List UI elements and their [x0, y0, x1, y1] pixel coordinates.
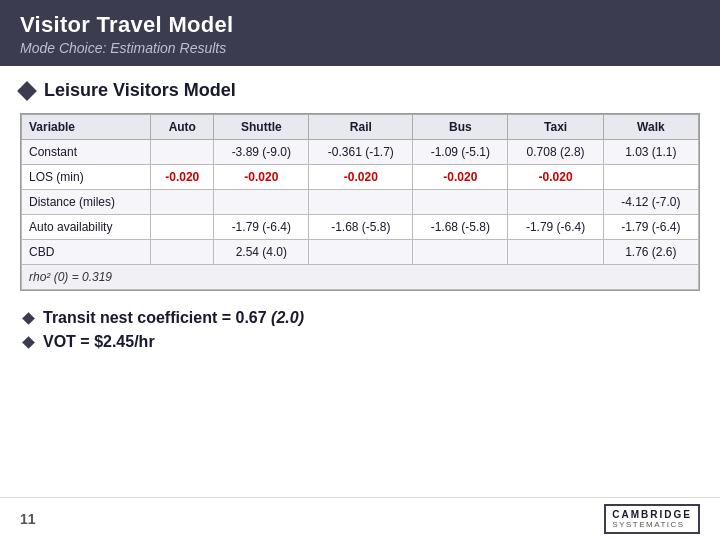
cell-distance-auto — [151, 190, 214, 215]
bullet-text-1: Transit nest coefficient = 0.67 (2.0) — [43, 309, 304, 327]
table-row: Distance (miles) -4.12 (-7.0) — [22, 190, 699, 215]
col-bus: Bus — [413, 115, 508, 140]
cell-los-bus: -0.020 — [413, 165, 508, 190]
logo-border: CAMBRIDGE SYSTEMATICS — [604, 504, 700, 534]
cell-constant-bus: -1.09 (-5.1) — [413, 140, 508, 165]
logo-systematics: SYSTEMATICS — [612, 520, 692, 529]
rho-row: rho² (0) = 0.319 — [22, 265, 699, 290]
cell-distance-bus — [413, 190, 508, 215]
table-header-row: Variable Auto Shuttle Rail Bus Taxi Walk — [22, 115, 699, 140]
results-table: Variable Auto Shuttle Rail Bus Taxi Walk… — [21, 114, 699, 290]
cell-los-walk — [603, 165, 698, 190]
cell-autoavail-taxi: -1.79 (-6.4) — [508, 215, 603, 240]
col-shuttle: Shuttle — [214, 115, 309, 140]
bullet-row-2: VOT = $2.45/hr — [20, 333, 700, 351]
cell-autoavail-var: Auto availability — [22, 215, 151, 240]
cell-cbd-var: CBD — [22, 240, 151, 265]
slide: Visitor Travel Model Mode Choice: Estima… — [0, 0, 720, 540]
col-walk: Walk — [603, 115, 698, 140]
table-row: CBD 2.54 (4.0) 1.76 (2.6) — [22, 240, 699, 265]
cell-distance-walk: -4.12 (-7.0) — [603, 190, 698, 215]
cell-cbd-bus — [413, 240, 508, 265]
cell-autoavail-bus: -1.68 (-5.8) — [413, 215, 508, 240]
cell-constant-rail: -0.361 (-1.7) — [309, 140, 413, 165]
page-number: 11 — [20, 511, 36, 527]
col-taxi: Taxi — [508, 115, 603, 140]
cell-distance-rail — [309, 190, 413, 215]
cell-los-var: LOS (min) — [22, 165, 151, 190]
table-row: Constant -3.89 (-9.0) -0.361 (-1.7) -1.0… — [22, 140, 699, 165]
cell-autoavail-walk: -1.79 (-6.4) — [603, 215, 698, 240]
table-container: Variable Auto Shuttle Rail Bus Taxi Walk… — [20, 113, 700, 291]
cell-autoavail-shuttle: -1.79 (-6.4) — [214, 215, 309, 240]
section-title-row: Leisure Visitors Model — [20, 80, 700, 101]
cell-distance-taxi — [508, 190, 603, 215]
cell-autoavail-auto — [151, 215, 214, 240]
header-title: Visitor Travel Model — [20, 12, 700, 38]
cell-cbd-walk: 1.76 (2.6) — [603, 240, 698, 265]
bullet-text-2: VOT = $2.45/hr — [43, 333, 155, 351]
cell-cbd-rail — [309, 240, 413, 265]
header-subtitle: Mode Choice: Estimation Results — [20, 40, 700, 56]
cell-constant-auto — [151, 140, 214, 165]
cell-los-taxi: -0.020 — [508, 165, 603, 190]
cell-los-shuttle: -0.020 — [214, 165, 309, 190]
table-row: Auto availability -1.79 (-6.4) -1.68 (-5… — [22, 215, 699, 240]
cell-cbd-auto — [151, 240, 214, 265]
cell-distance-var: Distance (miles) — [22, 190, 151, 215]
logo-cambridge: CAMBRIDGE — [612, 509, 692, 520]
footer: 11 CAMBRIDGE SYSTEMATICS — [0, 497, 720, 540]
cell-los-rail: -0.020 — [309, 165, 413, 190]
bullet-diamond-icon — [17, 81, 37, 101]
col-variable: Variable — [22, 115, 151, 140]
cell-constant-var: Constant — [22, 140, 151, 165]
content: Leisure Visitors Model Variable Auto Shu… — [0, 66, 720, 497]
bottom-bullets: Transit nest coefficient = 0.67 (2.0) VO… — [20, 309, 700, 351]
cell-constant-shuttle: -3.89 (-9.0) — [214, 140, 309, 165]
cell-constant-taxi: 0.708 (2.8) — [508, 140, 603, 165]
small-bullet-icon — [22, 312, 35, 325]
cell-constant-walk: 1.03 (1.1) — [603, 140, 698, 165]
bullet-row-1: Transit nest coefficient = 0.67 (2.0) — [20, 309, 700, 327]
col-rail: Rail — [309, 115, 413, 140]
col-auto: Auto — [151, 115, 214, 140]
section-title: Leisure Visitors Model — [44, 80, 236, 101]
logo-box: CAMBRIDGE SYSTEMATICS — [604, 504, 700, 534]
header: Visitor Travel Model Mode Choice: Estima… — [0, 0, 720, 66]
cell-distance-shuttle — [214, 190, 309, 215]
cell-los-auto: -0.020 — [151, 165, 214, 190]
table-row: LOS (min) -0.020 -0.020 -0.020 -0.020 -0… — [22, 165, 699, 190]
cell-cbd-shuttle: 2.54 (4.0) — [214, 240, 309, 265]
small-bullet-icon-2 — [22, 336, 35, 349]
cell-cbd-taxi — [508, 240, 603, 265]
cell-autoavail-rail: -1.68 (-5.8) — [309, 215, 413, 240]
rho-value: rho² (0) = 0.319 — [22, 265, 699, 290]
